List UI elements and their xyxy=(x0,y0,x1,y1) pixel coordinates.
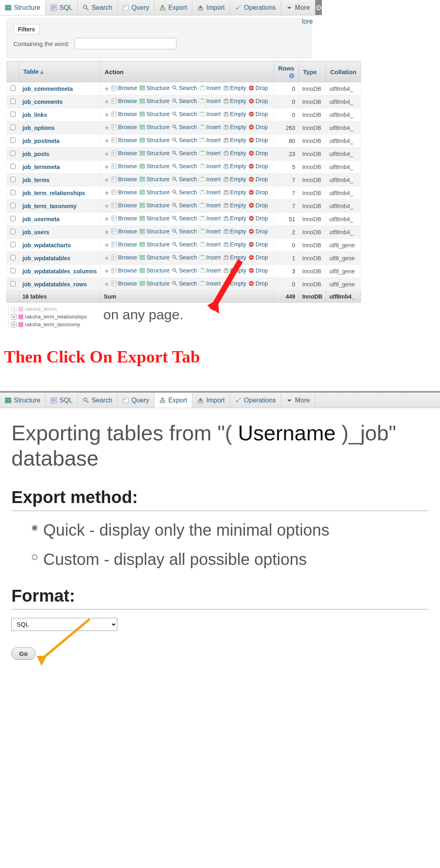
browse-link[interactable]: Browse xyxy=(111,85,137,91)
search-link[interactable]: Search xyxy=(172,202,197,209)
favorite-icon[interactable]: ★ xyxy=(104,229,110,235)
tab-export[interactable]: Export xyxy=(154,0,192,15)
insert-link[interactable]: Insert xyxy=(200,228,221,235)
tab-structure[interactable]: Structure xyxy=(0,0,46,15)
drop-link[interactable]: Drop xyxy=(249,241,268,248)
insert-link[interactable]: Insert xyxy=(200,124,221,130)
empty-link[interactable]: Empty xyxy=(223,202,246,209)
drop-link[interactable]: Drop xyxy=(249,176,268,182)
structure-link[interactable]: Structure xyxy=(139,111,169,117)
filters-tab[interactable]: Filters xyxy=(13,24,40,35)
row-checkbox[interactable] xyxy=(10,203,15,208)
empty-link[interactable]: Empty xyxy=(223,241,246,248)
tab-more[interactable]: More xyxy=(281,0,315,15)
browse-link[interactable]: Browse xyxy=(111,202,137,209)
drop-link[interactable]: Drop xyxy=(249,228,268,235)
drop-link[interactable]: Drop xyxy=(249,202,268,209)
favorite-icon[interactable]: ★ xyxy=(104,137,110,144)
search-link[interactable]: Search xyxy=(172,254,197,261)
search-link[interactable]: Search xyxy=(172,189,197,196)
col-type[interactable]: Type xyxy=(299,62,326,82)
search-link[interactable]: Search xyxy=(172,150,197,156)
containing-input[interactable] xyxy=(75,38,176,49)
browse-link[interactable]: Browse xyxy=(111,280,137,287)
row-checkbox[interactable] xyxy=(10,112,15,117)
structure-link[interactable]: Structure xyxy=(139,202,169,209)
browse-link[interactable]: Browse xyxy=(111,111,137,117)
insert-link[interactable]: Insert xyxy=(200,98,221,104)
overflow-more-link[interactable]: lore xyxy=(302,18,313,25)
row-checkbox[interactable] xyxy=(10,177,15,182)
drop-link[interactable]: Drop xyxy=(249,267,268,274)
browse-link[interactable]: Browse xyxy=(111,176,137,182)
search-link[interactable]: Search xyxy=(172,280,197,287)
browse-link[interactable]: Browse xyxy=(111,137,137,143)
page-settings[interactable] xyxy=(315,0,322,15)
empty-link[interactable]: Empty xyxy=(223,124,246,130)
browse-link[interactable]: Browse xyxy=(111,98,137,104)
search-link[interactable]: Search xyxy=(172,228,197,235)
row-checkbox[interactable] xyxy=(10,125,15,130)
structure-link[interactable]: Structure xyxy=(139,150,169,156)
export-method-custom[interactable]: Custom - display all possible options xyxy=(32,549,429,570)
table-name-link[interactable]: job_commentmeta xyxy=(22,86,73,92)
empty-link[interactable]: Empty xyxy=(223,137,246,143)
empty-link[interactable]: Empty xyxy=(223,85,246,91)
favorite-icon[interactable]: ★ xyxy=(104,163,110,170)
favorite-icon[interactable]: ★ xyxy=(104,150,110,157)
drop-link[interactable]: Drop xyxy=(249,137,268,143)
row-checkbox[interactable] xyxy=(10,242,15,247)
tab-query[interactable]: Query xyxy=(118,0,155,15)
favorite-icon[interactable]: ★ xyxy=(104,281,110,288)
drop-link[interactable]: Drop xyxy=(249,98,268,104)
favorite-icon[interactable]: ★ xyxy=(104,124,110,131)
tab-operations[interactable]: Operations xyxy=(230,0,281,15)
tab-sql[interactable]: SQL xyxy=(46,393,78,408)
table-name-link[interactable]: job_wpdatatables_columns xyxy=(22,268,97,275)
table-name-link[interactable]: job_comments xyxy=(22,99,63,105)
structure-link[interactable]: Structure xyxy=(139,215,169,222)
table-name-link[interactable]: job_usermeta xyxy=(22,216,59,222)
structure-link[interactable]: Structure xyxy=(139,241,169,248)
col-table[interactable]: Table ▴ xyxy=(19,62,101,82)
drop-link[interactable]: Drop xyxy=(249,189,268,196)
insert-link[interactable]: Insert xyxy=(200,85,221,91)
empty-link[interactable]: Empty xyxy=(223,189,246,196)
favorite-icon[interactable]: ★ xyxy=(104,98,110,105)
insert-link[interactable]: Insert xyxy=(200,215,221,222)
search-link[interactable]: Search xyxy=(172,137,197,143)
structure-link[interactable]: Structure xyxy=(139,228,169,235)
tree-item[interactable]: +raksha_term_relationships xyxy=(11,313,87,321)
table-name-link[interactable]: job_links xyxy=(22,112,47,118)
insert-link[interactable]: Insert xyxy=(200,163,221,169)
table-name-link[interactable]: job_wpdatatables xyxy=(22,255,70,261)
empty-link[interactable]: Empty xyxy=(223,150,246,156)
empty-link[interactable]: Empty xyxy=(223,163,246,169)
favorite-icon[interactable]: ★ xyxy=(104,85,110,92)
structure-link[interactable]: Structure xyxy=(139,163,169,169)
empty-link[interactable]: Empty xyxy=(223,176,246,182)
drop-link[interactable]: Drop xyxy=(249,215,268,222)
browse-link[interactable]: Browse xyxy=(111,267,137,274)
tab-structure[interactable]: Structure xyxy=(0,393,46,408)
row-checkbox[interactable] xyxy=(10,229,15,234)
row-checkbox[interactable] xyxy=(10,268,15,273)
drop-link[interactable]: Drop xyxy=(249,280,268,287)
favorite-icon[interactable]: ★ xyxy=(104,202,110,209)
table-name-link[interactable]: job_wpdatatables_rows xyxy=(22,281,87,288)
favorite-icon[interactable]: ★ xyxy=(104,176,110,183)
browse-link[interactable]: Browse xyxy=(111,124,137,130)
row-checkbox[interactable] xyxy=(10,190,15,195)
insert-link[interactable]: Insert xyxy=(200,189,221,196)
search-link[interactable]: Search xyxy=(172,267,197,274)
insert-link[interactable]: Insert xyxy=(200,111,221,117)
col-collation[interactable]: Collation xyxy=(326,62,361,82)
drop-link[interactable]: Drop xyxy=(249,163,268,169)
table-name-link[interactable]: job_posts xyxy=(22,151,49,157)
row-checkbox[interactable] xyxy=(10,216,15,221)
drop-link[interactable]: Drop xyxy=(249,254,268,261)
table-name-link[interactable]: job_terms xyxy=(22,177,50,183)
insert-link[interactable]: Insert xyxy=(200,202,221,209)
export-method-quick[interactable]: Quick - display only the minimal options xyxy=(32,519,429,541)
drop-link[interactable]: Drop xyxy=(249,85,268,91)
